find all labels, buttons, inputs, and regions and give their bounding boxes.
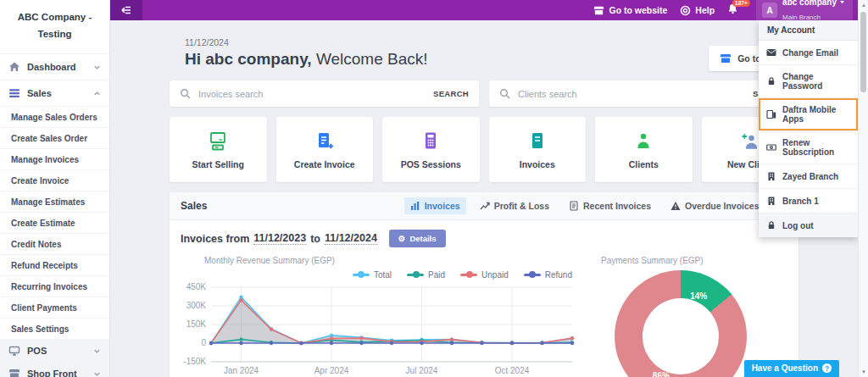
sidebar-item-label: Dashboard	[27, 62, 75, 72]
warning-icon	[670, 201, 681, 211]
current-date: 11/12/2024	[185, 37, 798, 47]
create-invoice-card[interactable]: Create Invoice	[276, 117, 374, 182]
notification-badge: 187+	[732, 0, 750, 7]
clients-search-bar: SEARCH	[489, 80, 798, 107]
sidebar-item-dashboard[interactable]: Dashboard	[0, 54, 109, 80]
pos-sessions-card[interactable]: POS Sessions	[382, 117, 480, 182]
document-icon	[526, 130, 548, 152]
tab-recent-invoices[interactable]: Recent Invoices	[563, 197, 657, 214]
sidebar-item-label: Shop Front	[27, 369, 77, 377]
sidebar-item-sales-settings[interactable]: Sales Settings	[0, 319, 109, 340]
tab-invoices[interactable]: Invoices	[404, 197, 466, 214]
caret-down-icon	[839, 0, 845, 5]
sidebar-item-shop-front[interactable]: Shop Front	[0, 363, 109, 377]
slice-label: 86%	[653, 371, 670, 377]
chevron-down-icon	[93, 347, 101, 355]
monitor-icon	[8, 345, 20, 357]
help-link[interactable]: Help	[680, 5, 715, 16]
start-selling-card[interactable]: Start Selling	[170, 117, 267, 182]
sidebar-item-pos[interactable]: POS	[0, 340, 109, 363]
scrollbar: ▲ ▼	[858, 0, 868, 377]
pos-computer-icon	[207, 130, 229, 152]
legend-item-unpaid[interactable]: Unpaid	[460, 269, 509, 280]
page-title: Hi abc company, Welcome Back!	[185, 50, 798, 69]
sidebar-collapse-button[interactable]	[110, 0, 142, 20]
person-icon	[632, 130, 654, 152]
menu-item-change-email[interactable]: Change Email	[759, 41, 858, 65]
svg-text:Jan 2024: Jan 2024	[224, 366, 259, 375]
tab-profit-loss[interactable]: Profit & Loss	[474, 197, 555, 214]
invoices-date-range: Invoices from 11/12/2023 to 11/12/2024 ⚙…	[181, 230, 787, 247]
donut-hole	[643, 298, 719, 374]
svg-text:0: 0	[201, 338, 206, 347]
mobile-apps-icon	[766, 109, 776, 119]
scrollbar-thumb[interactable]	[860, 12, 866, 92]
chart-title: Monthly Revenue Summary (EGP)	[204, 256, 579, 265]
scroll-down-arrow[interactable]: ▼	[859, 369, 868, 374]
menu-item-daftra-mobile-apps[interactable]: Daftra Mobile Apps	[759, 98, 858, 131]
chevron-up-icon	[93, 90, 101, 97]
svg-text:Apr 2024: Apr 2024	[314, 366, 349, 375]
invoice-plus-icon	[314, 130, 336, 152]
chart-title: Payments Summary (EGP)	[601, 256, 747, 265]
have-a-question-button[interactable]: Have a Question ?	[744, 360, 839, 377]
calculator-icon	[420, 130, 442, 152]
legend-item-paid[interactable]: Paid	[407, 269, 445, 280]
sidebar-item-sales[interactable]: Sales	[0, 80, 109, 107]
from-date-picker[interactable]: 11/12/2023	[253, 232, 306, 245]
sidebar-item-recurring-invoices[interactable]: Recurring Invoices	[0, 276, 109, 297]
sidebar-item-label: POS	[27, 346, 47, 356]
revenue-line-chart: Monthly Revenue Summary (EGP) TotalPaidU…	[181, 256, 579, 377]
details-button[interactable]: ⚙ Details	[389, 230, 446, 247]
envelope-icon	[766, 47, 776, 58]
menu-item-log-out[interactable]: Log out	[759, 213, 858, 237]
to-date-picker[interactable]: 11/12/2024	[325, 232, 377, 245]
topbar-actions: Go to website Help 187+ A abc company Ma…	[593, 0, 868, 20]
invoices-card[interactable]: Invoices	[489, 117, 587, 182]
legend-item-total[interactable]: Total	[353, 269, 392, 280]
notifications-bell[interactable]: 187+	[727, 3, 738, 18]
sales-submenu: Manage Sales Orders Create Sales Order M…	[0, 107, 109, 340]
account-name: abc company	[782, 0, 837, 8]
menu-item-zayed-branch[interactable]: Zayed Branch	[759, 164, 858, 189]
sales-tabs: Invoices Profit & Loss Recent Invoices O…	[404, 197, 787, 215]
sidebar-item-create-estimate[interactable]: Create Estimate	[0, 213, 109, 234]
clients-search-input[interactable]	[518, 89, 753, 99]
legend-item-refund[interactable]: Refund	[524, 269, 572, 280]
svg-text:Jul 2024: Jul 2024	[406, 366, 438, 375]
svg-text:150K: 150K	[186, 319, 207, 329]
person-plus-icon	[739, 130, 761, 152]
company-name: ABC Company - Testing	[0, 0, 109, 54]
sales-panel: Sales Invoices Profit & Loss Recent Invo…	[170, 192, 798, 377]
sidebar-item-manage-sales-orders[interactable]: Manage Sales Orders	[0, 107, 109, 128]
scroll-up-arrow[interactable]: ▲	[859, 3, 868, 8]
lifebuoy-icon	[680, 5, 691, 16]
avatar: A	[762, 3, 777, 18]
menu-item-change-password[interactable]: Change Password	[759, 65, 858, 98]
search-icon	[180, 88, 191, 99]
bar-chart-icon	[410, 201, 420, 211]
lock-icon	[766, 220, 776, 230]
sidebar-item-manage-invoices[interactable]: Manage Invoices	[0, 149, 109, 170]
menu-item-renew-subscription[interactable]: Renew Subscription	[759, 131, 858, 164]
sidebar-item-create-sales-order[interactable]: Create Sales Order	[0, 128, 109, 149]
document-icon	[569, 201, 579, 211]
sidebar-item-client-payments[interactable]: Client Payments	[0, 297, 109, 319]
svg-text:300K: 300K	[186, 301, 207, 310]
go-to-website-link[interactable]: Go to website	[593, 5, 667, 16]
invoices-search-input[interactable]	[198, 89, 433, 99]
lock-icon	[766, 76, 776, 86]
invoices-search-button[interactable]: SEARCH	[433, 89, 469, 98]
payments-donut-chart: Payments Summary (EGP) 14%86%	[601, 256, 747, 377]
list-icon	[8, 87, 20, 99]
sidebar-item-create-invoice[interactable]: Create Invoice	[0, 170, 109, 191]
menu-item-branch-1[interactable]: Branch 1	[759, 189, 858, 213]
sidebar-item-credit-notes[interactable]: Credit Notes	[0, 234, 109, 255]
clients-card[interactable]: Clients	[595, 117, 693, 182]
sidebar-item-refund-receipts[interactable]: Refund Receipts	[0, 255, 109, 276]
storefront-icon	[720, 53, 732, 64]
storefront-icon	[593, 5, 604, 16]
sidebar-item-manage-estimates[interactable]: Manage Estimates	[0, 191, 109, 213]
account-menu-trigger[interactable]: A abc company Main Branch	[756, 0, 853, 20]
search-icon	[499, 88, 510, 99]
